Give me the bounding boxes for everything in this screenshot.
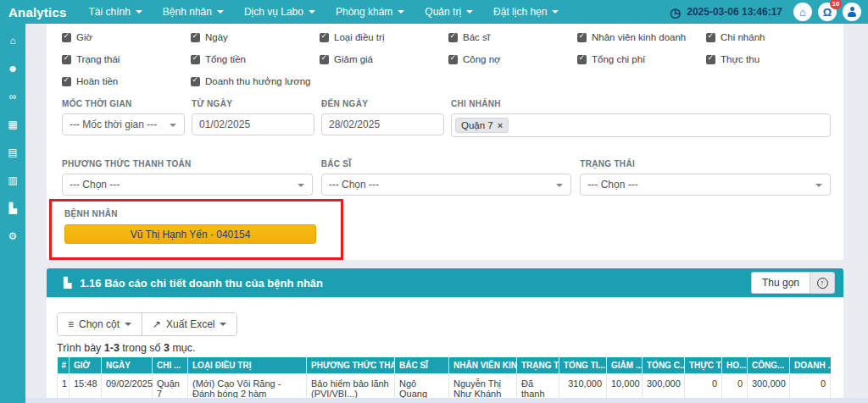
menu-benh-nhan[interactable]: Bệnh nhân bbox=[153, 0, 234, 24]
user-icon bbox=[847, 7, 857, 17]
checkbox-trang-thai[interactable]: Trạng thái bbox=[62, 54, 191, 64]
checkbox-icon bbox=[191, 33, 200, 42]
menu-quan-tri[interactable]: Quản trị bbox=[415, 0, 483, 24]
checkbox-ngay[interactable]: Ngày bbox=[191, 32, 320, 42]
col-doanh-thu[interactable]: DOANH ... bbox=[790, 357, 831, 374]
payment-method-select[interactable]: --- Chọn --- bbox=[62, 174, 313, 196]
checkbox-bac-si[interactable]: Bác sĩ bbox=[448, 32, 577, 42]
col-bac-si[interactable]: BÁC SĨ bbox=[395, 357, 449, 374]
payment-method-label: PHƯƠNG THỨC THANH TOÁN bbox=[62, 159, 313, 168]
checkbox-icon bbox=[320, 55, 329, 64]
pagination-summary: Trình bày 1-3 trong số 3 mục. bbox=[57, 342, 833, 354]
arrow-circle-up-icon: ↑ bbox=[817, 278, 828, 289]
doctor-label: BÁC SĨ bbox=[321, 159, 572, 168]
notification-badge: 10 bbox=[830, 0, 842, 9]
checkbox-icon bbox=[62, 33, 71, 42]
col-tong-chi[interactable]: TỔNG C... bbox=[643, 357, 685, 374]
col-cong-no[interactable]: CÔNG... bbox=[748, 357, 790, 374]
from-date-input[interactable]: 01/02/2025 bbox=[192, 113, 314, 135]
checkbox-giam-gia[interactable]: Giảm giá bbox=[320, 54, 448, 64]
checkbox-icon bbox=[448, 55, 458, 64]
horizontal-scrollbar[interactable] bbox=[25, 398, 868, 403]
checkbox-nhan-vien-kinh-doanh[interactable]: Nhân viên kinh doanh bbox=[577, 32, 706, 42]
sidebar-invoice-icon[interactable]: ▤ bbox=[0, 147, 25, 157]
col-trang-thai[interactable]: TRẠNG T... bbox=[517, 357, 559, 374]
left-sidebar: ⌂ ☻ ∞ ▦ ▤ ▥ ▙ ⚙ bbox=[0, 24, 25, 403]
milestone-select[interactable]: --- Mốc thời gian --- bbox=[62, 113, 185, 135]
checkbox-icon bbox=[706, 33, 715, 42]
menu-phong-kham[interactable]: Phòng khám bbox=[326, 0, 415, 24]
chart-icon: ▙ bbox=[64, 278, 71, 288]
checkbox-tong-chi-phi[interactable]: Tổng chi phí bbox=[577, 54, 706, 64]
home-button[interactable]: ⌂ bbox=[793, 3, 812, 21]
sidebar-binoculars-icon[interactable]: ∞ bbox=[0, 91, 25, 102]
filter-card: Giờ Ngày Loại điều trị Bác sĩ Nhân viên … bbox=[47, 24, 843, 260]
sidebar-chart-icon[interactable]: ▙ bbox=[0, 203, 25, 213]
checkbox-icon bbox=[191, 55, 200, 64]
sidebar-home-icon[interactable]: ⌂ bbox=[0, 36, 25, 46]
patient-selected-button[interactable]: Vũ Thị Hạnh Yến - 040154 bbox=[64, 224, 316, 244]
checkbox-tong-tien[interactable]: Tổng tiền bbox=[191, 54, 320, 64]
home-icon: ⌂ bbox=[799, 7, 806, 18]
report-title: 1.16 Báo cáo chi tiết doanh thu của bệnh… bbox=[80, 277, 323, 290]
checkbox-icon bbox=[191, 77, 200, 86]
col-tong-tien[interactable]: TỔNG TI... bbox=[559, 357, 607, 374]
export-excel-button[interactable]: ↗ Xuất Excel bbox=[142, 313, 236, 335]
col-hoan-tien[interactable]: HO... bbox=[722, 357, 748, 374]
col-index[interactable]: # bbox=[58, 357, 70, 374]
report-panel: ▙ 1.16 Báo cáo chi tiết doanh thu của bệ… bbox=[47, 268, 843, 403]
profile-button[interactable] bbox=[843, 3, 861, 21]
sidebar-users-icon[interactable]: ☻ bbox=[0, 63, 25, 74]
checkbox-icon bbox=[577, 33, 587, 42]
checkbox-hoan-tien[interactable]: Hoàn tiền bbox=[62, 76, 191, 86]
sidebar-calendar-icon[interactable]: ▦ bbox=[0, 119, 25, 130]
col-nhan-vien[interactable]: NHÂN VIÊN KINH... bbox=[449, 357, 517, 374]
payment-method-group: PHƯƠNG THỨC THANH TOÁN --- Chọn --- bbox=[62, 159, 313, 196]
checkbox-gio[interactable]: Giờ bbox=[62, 32, 191, 42]
export-icon: ↗ bbox=[153, 318, 161, 330]
checkbox-icon bbox=[62, 77, 71, 86]
notifications-button[interactable]: Ω 10 bbox=[818, 3, 837, 21]
branch-tag: Quận 7 × bbox=[455, 118, 509, 133]
menu-dich-vu-labo[interactable]: Dịch vụ Labo bbox=[234, 0, 326, 24]
current-datetime: 2025-03-06 13:46:17 bbox=[687, 6, 782, 18]
col-gio[interactable]: GIỜ bbox=[70, 357, 102, 374]
checkbox-chi-nhanh[interactable]: Chi nhánh bbox=[706, 32, 835, 42]
choose-columns-button[interactable]: ≡ Chọn cột bbox=[58, 313, 142, 335]
report-panel-body: ≡ Chọn cột ↗ Xuất Excel Trình bày 1-3 tr… bbox=[47, 297, 843, 403]
col-chi-nhanh[interactable]: CHI ... bbox=[153, 357, 188, 374]
to-date-label: ĐẾN NGÀY bbox=[321, 99, 444, 108]
sidebar-settings-icon[interactable]: ⚙ bbox=[0, 231, 25, 241]
from-date-group: TỪ NGÀY 01/02/2025 bbox=[192, 99, 314, 137]
col-loai-dieu-tri[interactable]: LOẠI ĐIỀU TRỊ bbox=[188, 357, 307, 374]
doctor-group: BÁC SĨ --- Chọn --- bbox=[321, 159, 572, 196]
checkbox-icon bbox=[320, 33, 329, 42]
top-navbar: Analytics Tài chính Bệnh nhân Dịch vụ La… bbox=[0, 0, 868, 24]
collapse-button[interactable]: Thu gọn bbox=[751, 272, 810, 294]
sidebar-file-icon[interactable]: ▥ bbox=[0, 175, 25, 185]
menu-dat-lich-hen[interactable]: Đặt lịch hẹn bbox=[483, 0, 569, 24]
checkbox-thuc-thu[interactable]: Thực thu bbox=[706, 54, 835, 64]
collapse-arrow-button[interactable]: ↑ bbox=[810, 272, 835, 294]
to-date-input[interactable]: 28/02/2025 bbox=[321, 113, 444, 135]
doctor-select[interactable]: --- Chọn --- bbox=[321, 174, 572, 196]
col-ngay[interactable]: NGÀY bbox=[102, 357, 153, 374]
column-checkbox-grid: Giờ Ngày Loại điều trị Bác sĩ Nhân viên … bbox=[62, 30, 828, 86]
checkbox-loai-dieu-tri[interactable]: Loại điều trị bbox=[320, 32, 448, 42]
col-phuong-thuc[interactable]: PHƯƠNG THỨC THAN... bbox=[307, 357, 395, 374]
checkbox-icon bbox=[62, 55, 71, 64]
remove-tag-icon[interactable]: × bbox=[498, 121, 503, 130]
col-thuc-thu[interactable]: THỰC T... bbox=[685, 357, 722, 374]
col-giam-gia[interactable]: GIẢM ... bbox=[607, 357, 643, 374]
checkbox-cong-no[interactable]: Công nợ bbox=[448, 54, 577, 64]
main-menu: Tài chính Bệnh nhân Dịch vụ Labo Phòng k… bbox=[79, 0, 570, 24]
branch-group: CHI NHÁNH Quận 7 × bbox=[451, 99, 831, 137]
patient-label: BỆNH NHÂN bbox=[64, 209, 341, 218]
clock-icon: ◷ bbox=[670, 6, 681, 19]
branch-multiselect[interactable]: Quận 7 × bbox=[451, 113, 831, 137]
menu-tai-chinh[interactable]: Tài chính bbox=[79, 0, 153, 24]
status-select[interactable]: --- Chọn --- bbox=[580, 174, 831, 196]
checkbox-doanh-thu-huong-luong[interactable]: Doanh thu hưởng lương bbox=[191, 76, 320, 86]
revenue-detail-table: # GIỜ NGÀY CHI ... LOẠI ĐIỀU TRỊ PHƯƠNG … bbox=[57, 357, 831, 403]
patient-highlight-box: BỆNH NHÂN Vũ Thị Hạnh Yến - 040154 bbox=[49, 199, 343, 260]
